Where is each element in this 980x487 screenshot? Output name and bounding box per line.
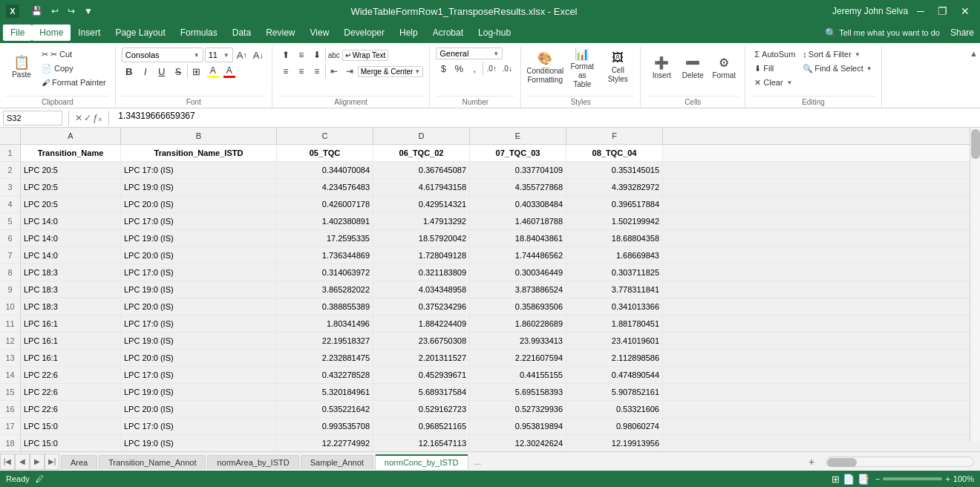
- cell-r11-c1[interactable]: LPC 17:0 (IS): [121, 316, 277, 332]
- cell-r12-c3[interactable]: 23.66750308: [373, 333, 470, 349]
- cell-r16-c0[interactable]: LPC 22:6: [21, 401, 121, 417]
- cell-r2-c2[interactable]: 0.344070084: [277, 162, 373, 178]
- autosum-btn[interactable]: Σ AutoSum: [751, 48, 798, 61]
- redo-btn[interactable]: ↪: [65, 4, 78, 18]
- cell-r4-c5[interactable]: 0.396517884: [566, 196, 663, 212]
- cell-r8-c0[interactable]: LPC 18:3: [21, 264, 121, 281]
- vscroll-thumb[interactable]: [971, 129, 980, 159]
- orientation-btn[interactable]: abc: [327, 48, 342, 62]
- cell-r12-c0[interactable]: LPC 16:1: [21, 333, 121, 349]
- cell-r14-c4[interactable]: 0.44155155: [470, 367, 566, 383]
- cell-r11-c4[interactable]: 1.860228689: [470, 316, 566, 332]
- cell-r3-c2[interactable]: 4.234576483: [277, 179, 373, 195]
- cell-r11-c2[interactable]: 1.80341496: [277, 316, 373, 332]
- find-select-btn[interactable]: 🔍 Find & Select ▼: [800, 62, 875, 75]
- more-sheets-btn[interactable]: ...: [470, 455, 486, 468]
- cell-r11-c3[interactable]: 1.884224409: [373, 316, 470, 332]
- middle-align-btn[interactable]: ≡: [294, 48, 309, 62]
- font-size-selector[interactable]: 11 ▼: [205, 48, 233, 62]
- page-break-btn[interactable]: 📑: [858, 474, 869, 485]
- cell-r8-c3[interactable]: 0.321183809: [373, 264, 470, 281]
- zoom-slider[interactable]: [883, 477, 942, 480]
- cell-r6-c0[interactable]: LPC 14:0: [21, 230, 121, 246]
- tell-me-box[interactable]: 🔍 Tell me what you want to do: [825, 27, 940, 39]
- cell-r13-c3[interactable]: 2.201311527: [373, 350, 470, 366]
- cell-r9-c2[interactable]: 3.865282022: [277, 281, 373, 298]
- cell-r3-c4[interactable]: 4.355727868: [470, 179, 566, 195]
- cell-r13-c5[interactable]: 2.112898586: [566, 350, 663, 366]
- sheet-tab-sample_annot[interactable]: Sample_Annot: [301, 455, 373, 469]
- save-btn[interactable]: 💾: [28, 4, 45, 18]
- cell-r4-c4[interactable]: 0.403308484: [470, 196, 566, 212]
- cell-r18-c5[interactable]: 12.19913956: [566, 435, 663, 451]
- col-header-A[interactable]: A: [21, 128, 121, 144]
- cell-r17-c5[interactable]: 0.98060274: [566, 418, 663, 434]
- right-align-btn[interactable]: ≡: [310, 64, 324, 79]
- normal-view-btn[interactable]: ⊞: [832, 474, 840, 485]
- cell-r10-c4[interactable]: 0.358693506: [470, 298, 566, 315]
- cell-r11-c5[interactable]: 1.881780451: [566, 316, 663, 332]
- tab-nav-next[interactable]: ▶: [30, 454, 45, 470]
- percent-btn[interactable]: %: [451, 61, 466, 76]
- increase-decimal-btn[interactable]: .0↑: [484, 61, 499, 76]
- cell-r18-c4[interactable]: 12.30242624: [470, 435, 566, 451]
- cell-r5-c0[interactable]: LPC 14:0: [21, 213, 121, 229]
- cell-r15-c0[interactable]: LPC 22:6: [21, 384, 121, 400]
- cell-r12-c5[interactable]: 23.41019601: [566, 333, 663, 349]
- cell-r7-c4[interactable]: 1.744486562: [470, 247, 566, 264]
- increase-font-btn[interactable]: A↑: [235, 48, 249, 62]
- cell-r10-c0[interactable]: LPC 18:3: [21, 298, 121, 315]
- cell-r2-c0[interactable]: LPC 20:5: [21, 162, 121, 178]
- insert-btn[interactable]: ➕ Insert: [647, 48, 676, 88]
- formula-input[interactable]: 1.34319666659367: [115, 111, 977, 125]
- cell-r14-c5[interactable]: 0.474890544: [566, 367, 663, 383]
- cell-r9-c0[interactable]: LPC 18:3: [21, 281, 121, 298]
- cell-r13-c1[interactable]: LPC 20:0 (IS): [121, 350, 277, 366]
- cell-r18-c1[interactable]: LPC 19:0 (IS): [121, 435, 277, 451]
- cell-r6-c4[interactable]: 18.84043861: [470, 230, 566, 246]
- cell-r11-c0[interactable]: LPC 16:1: [21, 316, 121, 332]
- cell-r3-c3[interactable]: 4.617943158: [373, 179, 470, 195]
- format-as-table-btn[interactable]: 📊 Format asTable: [564, 48, 600, 88]
- bottom-align-btn[interactable]: ⬇: [310, 48, 324, 62]
- confirm-formula-icon[interactable]: ✓: [84, 113, 91, 123]
- cell-r12-c1[interactable]: LPC 19:0 (IS): [121, 333, 277, 349]
- menu-page-layout[interactable]: Page Layout: [108, 24, 172, 41]
- cell-r18-c3[interactable]: 12.16547113: [373, 435, 470, 451]
- cell-r16-c4[interactable]: 0.527329936: [470, 401, 566, 417]
- customize-btn[interactable]: ▼: [81, 4, 96, 18]
- cell-r13-c4[interactable]: 2.221607594: [470, 350, 566, 366]
- menu-insert[interactable]: Insert: [71, 24, 108, 41]
- cell-r2-c1[interactable]: LPC 17:0 (IS): [121, 162, 277, 178]
- cell-r15-c3[interactable]: 5.689317584: [373, 384, 470, 400]
- cell-r4-c3[interactable]: 0.429514321: [373, 196, 470, 212]
- cell-r3-c0[interactable]: LPC 20:5: [21, 179, 121, 195]
- number-format-selector[interactable]: General ▼: [436, 48, 503, 59]
- comma-btn[interactable]: ,: [467, 61, 482, 76]
- cell-r8-c5[interactable]: 0.303711825: [566, 264, 663, 281]
- clear-btn[interactable]: ✕ Clear ▼: [751, 76, 798, 89]
- cell-r2-c4[interactable]: 0.337704109: [470, 162, 566, 178]
- cell-r6-c5[interactable]: 18.68804358: [566, 230, 663, 246]
- cell-r17-c3[interactable]: 0.968521165: [373, 418, 470, 434]
- cell-r7-c0[interactable]: LPC 14:0: [21, 247, 121, 264]
- close-btn[interactable]: ✕: [956, 4, 974, 19]
- cell-r6-c1[interactable]: LPC 19:0 (IS): [121, 230, 277, 246]
- cell-r7-c5[interactable]: 1.68669843: [566, 247, 663, 264]
- menu-formulas[interactable]: Formulas: [173, 24, 225, 41]
- cell-r7-c1[interactable]: LPC 20:0 (IS): [121, 247, 277, 264]
- cell-r8-c1[interactable]: LPC 17:0 (IS): [121, 264, 277, 281]
- undo-btn[interactable]: ↩: [48, 4, 62, 18]
- sheet-tab-normconc_by_istd[interactable]: normConc_by_ISTD: [375, 454, 468, 469]
- cell-r5-c4[interactable]: 1.460718788: [470, 213, 566, 229]
- merge-center-btn[interactable]: Merge & Center ▼: [358, 66, 424, 77]
- format-painter-button[interactable]: 🖌 Format Painter: [39, 76, 109, 89]
- sheet-tab-transition_name_annot[interactable]: Transition_Name_Annot: [99, 455, 206, 469]
- col-header-F[interactable]: F: [566, 128, 663, 144]
- tab-nav-prev[interactable]: ◀: [15, 454, 30, 470]
- cell-r7-c2[interactable]: 1.736344869: [277, 247, 373, 264]
- cell-r12-c4[interactable]: 23.9933413: [470, 333, 566, 349]
- sheet-tab-area[interactable]: Area: [61, 455, 97, 469]
- cell-r17-c4[interactable]: 0.953819894: [470, 418, 566, 434]
- cell-r2-c5[interactable]: 0.353145015: [566, 162, 663, 178]
